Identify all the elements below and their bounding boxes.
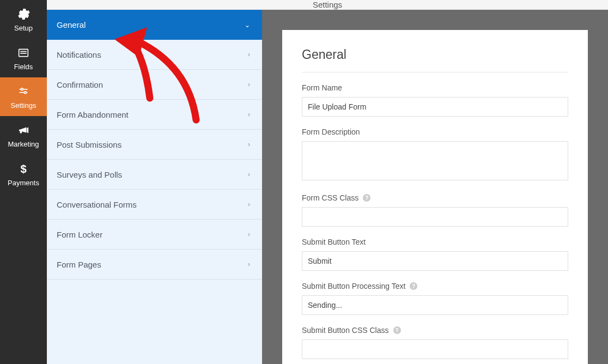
chevron-right-icon: › [248, 141, 250, 148]
field-submit-text: Submit Button Text [302, 238, 568, 271]
gear-icon [16, 7, 31, 21]
label-submit-text: Submit Button Text [302, 238, 366, 246]
sidebar-item-marketing[interactable]: Marketing [0, 116, 47, 155]
accordion-label: Conversational Forms [57, 200, 137, 209]
accordion-label: Confirmation [57, 80, 103, 89]
sidebar: Setup Fields Settings Marketing $ Paymen… [0, 0, 47, 364]
accordion-label: Form Pages [57, 260, 101, 269]
annotation-arrow [109, 27, 218, 136]
field-form-description: Form Description [302, 128, 568, 183]
svg-text:$: $ [20, 163, 26, 175]
label-form-css-class: Form CSS Class [302, 193, 358, 202]
accordion-item-surveys-polls[interactable]: Surveys and Polls › [47, 160, 262, 190]
sidebar-item-setup[interactable]: Setup [0, 0, 47, 39]
accordion-label: Form Locker [57, 230, 102, 239]
sidebar-item-fields[interactable]: Fields [0, 39, 47, 77]
page-title: Settings [313, 0, 342, 9]
chevron-right-icon: › [248, 201, 250, 208]
help-icon[interactable]: ? [363, 194, 370, 202]
sidebar-label: Settings [11, 101, 37, 110]
help-icon[interactable]: ? [393, 326, 401, 334]
fields-icon [16, 46, 31, 60]
input-submit-text[interactable] [302, 251, 568, 271]
accordion-item-form-pages[interactable]: Form Pages › [47, 250, 262, 280]
chevron-right-icon: › [248, 260, 250, 268]
sidebar-label: Setup [14, 24, 33, 32]
label-submit-css-class: Submit Button CSS Class [302, 326, 389, 335]
accordion-label: Post Submissions [57, 140, 121, 149]
chevron-right-icon: › [248, 230, 250, 238]
megaphone-icon [16, 123, 31, 137]
chevron-right-icon: › [248, 51, 250, 58]
sidebar-label: Fields [14, 63, 33, 71]
sidebar-label: Payments [8, 179, 39, 187]
input-form-name[interactable] [302, 97, 568, 117]
accordion-item-conversational-forms[interactable]: Conversational Forms › [47, 190, 262, 220]
help-icon[interactable]: ? [410, 282, 417, 290]
field-form-css-class: Form CSS Class ? [302, 193, 568, 227]
label-submit-processing: Submit Button Processing Text [302, 282, 405, 290]
sliders-icon [16, 84, 31, 99]
chevron-right-icon: › [248, 171, 250, 178]
label-form-name: Form Name [302, 83, 342, 92]
label-form-description: Form Description [302, 128, 360, 136]
input-form-description[interactable] [302, 141, 568, 180]
sidebar-item-settings[interactable]: Settings [0, 77, 47, 116]
field-submit-processing: Submit Button Processing Text ? [302, 282, 568, 315]
sidebar-item-payments[interactable]: $ Payments [0, 155, 47, 193]
input-submit-processing[interactable] [302, 295, 568, 315]
input-submit-css-class[interactable] [302, 339, 568, 359]
panel-main: General Form Name Form Description Form … [262, 10, 608, 364]
form-heading: General [302, 47, 568, 72]
field-form-name: Form Name [302, 83, 568, 117]
topbar: Settings [47, 0, 608, 10]
sidebar-label: Marketing [8, 140, 39, 148]
accordion-item-form-locker[interactable]: Form Locker › [47, 220, 262, 250]
chevron-right-icon: › [248, 81, 250, 88]
form-card: General Form Name Form Description Form … [282, 30, 588, 364]
dollar-icon: $ [16, 162, 31, 176]
accordion-label: Surveys and Polls [57, 170, 122, 179]
chevron-down-icon: ⌄ [245, 21, 250, 29]
field-submit-css-class: Submit Button CSS Class ? [302, 326, 568, 359]
accordion-label: Notifications [57, 50, 101, 59]
svg-point-4 [21, 88, 23, 90]
input-form-css-class[interactable] [302, 207, 568, 227]
svg-point-6 [24, 92, 26, 94]
accordion-label: General [57, 20, 86, 29]
chevron-right-icon: › [248, 111, 250, 118]
